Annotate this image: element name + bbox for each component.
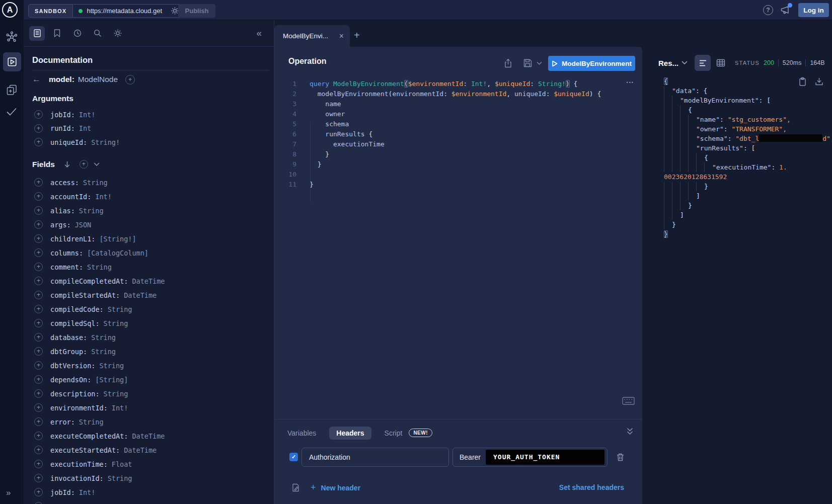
field-row[interactable]: +dbtVersion:String — [32, 359, 269, 373]
response-title[interactable]: Res... — [658, 59, 678, 67]
add-to-query-icon[interactable]: + — [34, 206, 43, 215]
apollo-logo-icon[interactable]: A — [2, 2, 18, 18]
code-line[interactable]: 10 — [274, 170, 642, 180]
add-to-query-icon[interactable]: + — [34, 263, 43, 271]
header-enabled-checkbox[interactable]: ✓ — [289, 453, 298, 461]
sidebar-item-explorer[interactable] — [3, 52, 21, 71]
code-line[interactable]: 6 runResults { — [274, 129, 642, 139]
tab-script[interactable]: Script — [385, 429, 403, 437]
add-to-query-icon[interactable]: + — [34, 305, 43, 313]
login-button[interactable]: Log in — [798, 3, 829, 17]
graph-icon[interactable] — [6, 31, 18, 43]
add-to-query-icon[interactable]: + — [34, 110, 43, 119]
add-to-query-icon[interactable]: + — [34, 460, 43, 468]
settings-button[interactable] — [110, 26, 125, 41]
field-row[interactable]: +columns:[CatalogColumn] — [32, 246, 269, 260]
add-to-query-icon[interactable]: + — [34, 417, 43, 426]
field-row[interactable]: +alias:String — [32, 204, 269, 218]
add-to-query-icon[interactable]: + — [34, 375, 43, 384]
code-line[interactable]: 11} — [274, 180, 642, 190]
add-to-query-icon[interactable]: + — [34, 220, 43, 229]
add-to-query-icon[interactable]: + — [34, 446, 43, 454]
operation-tab[interactable]: ModelByEnvi... × — [274, 25, 350, 47]
breadcrumb-type[interactable]: ModelNode — [78, 75, 118, 84]
add-to-query-icon[interactable]: + — [34, 361, 43, 370]
tab-variables[interactable]: Variables — [287, 429, 316, 437]
edit-document-icon[interactable] — [291, 483, 300, 492]
delete-header-trash-icon[interactable] — [616, 453, 625, 462]
field-row[interactable]: +accountId:Int! — [32, 190, 269, 204]
checks-icon[interactable] — [6, 107, 17, 117]
add-to-query-icon[interactable]: + — [34, 347, 43, 356]
argument-row[interactable]: +uniqueId:String! — [32, 135, 269, 149]
save-dropdown-chevron-icon[interactable] — [537, 61, 542, 65]
code-line[interactable]: 4 owner — [274, 109, 642, 119]
header-value-input[interactable]: Bearer YOUR_AUTH_TOKEN — [452, 448, 608, 467]
history-button[interactable] — [69, 26, 85, 41]
saved-operations-button[interactable] — [49, 26, 65, 41]
keyboard-shortcuts-icon[interactable] — [622, 396, 635, 405]
field-row[interactable]: + — [32, 499, 269, 504]
field-row[interactable]: +dbtGroup:String — [32, 345, 269, 359]
endpoint-url[interactable]: https://metadata.cloud.get — [87, 7, 167, 15]
field-row[interactable]: +args:JSON — [32, 218, 269, 232]
tab-headers[interactable]: Headers — [329, 427, 371, 440]
new-tab-icon[interactable]: + — [354, 30, 360, 40]
share-icon[interactable] — [503, 58, 513, 68]
add-to-query-icon[interactable]: + — [34, 248, 43, 257]
code-line[interactable]: 2 modelByEnvironment(environmentId: $env… — [274, 89, 642, 99]
header-key-input[interactable] — [301, 448, 449, 467]
auth-token-value[interactable]: YOUR_AUTH_TOKEN — [486, 450, 604, 465]
code-line[interactable]: 1query ModelByEnvironment($environmentId… — [274, 79, 642, 89]
code-line[interactable]: 8 } — [274, 149, 642, 159]
field-row[interactable]: +compileStartedAt:DateTime — [32, 288, 269, 302]
response-dropdown-chevron-icon[interactable] — [682, 61, 688, 65]
add-to-query-icon[interactable]: + — [34, 291, 43, 299]
documentation-tab-button[interactable] — [29, 26, 45, 41]
field-row[interactable]: +error:String — [32, 415, 269, 429]
add-all-fields-icon[interactable]: + — [125, 75, 135, 85]
endpoint-url-input[interactable]: https://metadata.cloud.get — [73, 5, 183, 17]
argument-row[interactable]: +runId:Int — [32, 122, 269, 136]
field-row[interactable]: +description:String — [32, 387, 269, 401]
query-editor[interactable]: 1query ModelByEnvironment($environmentId… — [274, 79, 642, 190]
sort-descending-icon[interactable] — [63, 160, 71, 169]
field-row[interactable]: +environmentId:Int! — [32, 401, 269, 415]
operation-collections-icon[interactable] — [6, 84, 18, 96]
field-row[interactable]: +childrenL1:[String!] — [32, 232, 269, 246]
chevron-down-icon[interactable] — [94, 162, 100, 166]
field-row[interactable]: +executionTime:Float — [32, 457, 269, 471]
field-row[interactable]: +executeStartedAt:DateTime — [32, 443, 269, 457]
add-to-query-icon[interactable]: + — [34, 178, 43, 187]
add-to-query-icon[interactable]: + — [34, 403, 43, 412]
add-to-query-icon[interactable]: + — [34, 432, 43, 440]
add-to-query-icon[interactable]: + — [34, 124, 43, 133]
add-to-query-icon[interactable]: + — [34, 319, 43, 327]
formatted-view-toggle[interactable] — [695, 55, 711, 71]
table-view-toggle[interactable] — [713, 55, 729, 71]
add-to-query-icon[interactable]: + — [34, 389, 43, 398]
add-fields-icon[interactable]: + — [80, 160, 88, 169]
code-line[interactable]: 5 schema — [274, 119, 642, 129]
add-to-query-icon[interactable]: + — [34, 474, 43, 482]
help-icon[interactable]: ? — [763, 5, 773, 15]
add-to-query-icon[interactable]: + — [34, 488, 43, 496]
announcements-megaphone-icon[interactable] — [780, 4, 792, 16]
field-row[interactable]: +executeCompletedAt:DateTime — [32, 429, 269, 443]
back-arrow-icon[interactable]: ← — [32, 74, 41, 85]
new-header-button[interactable]: + New header — [311, 482, 360, 493]
add-to-query-icon[interactable]: + — [34, 502, 43, 504]
field-row[interactable]: +compileCompletedAt:DateTime — [32, 274, 269, 288]
collapse-footer-chevrons-icon[interactable] — [626, 427, 634, 436]
expand-sidebar-icon[interactable]: » — [6, 488, 11, 498]
code-line[interactable]: 9 } — [274, 159, 642, 170]
code-line[interactable]: 7 executionTime — [274, 139, 642, 149]
field-row[interactable]: +jobId:Int! — [32, 485, 269, 499]
save-icon[interactable] — [523, 58, 533, 68]
field-row[interactable]: +compiledCode:String — [32, 302, 269, 316]
add-to-query-icon[interactable]: + — [34, 192, 43, 201]
close-tab-icon[interactable]: × — [339, 32, 344, 40]
add-to-query-icon[interactable]: + — [34, 277, 43, 285]
add-to-query-icon[interactable]: + — [34, 234, 43, 243]
field-row[interactable]: +access:String — [32, 176, 269, 190]
